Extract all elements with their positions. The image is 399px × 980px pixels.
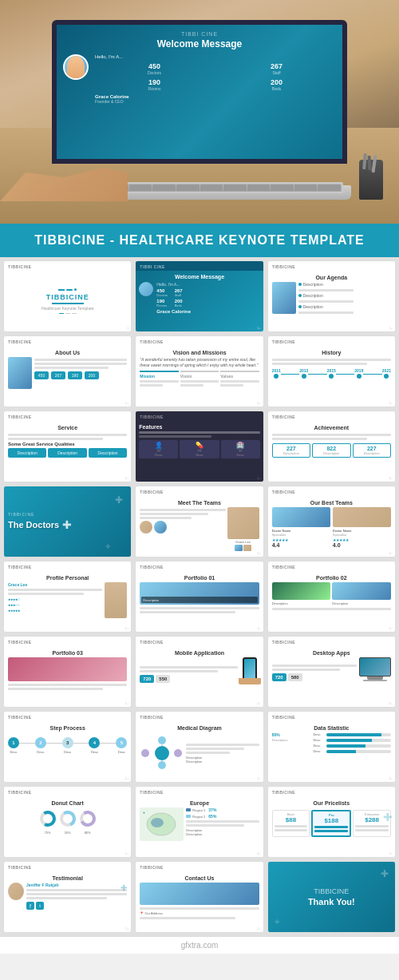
slide-14-num: 1+ <box>257 626 261 630</box>
slide-4[interactable]: TIBBICINE About Us 450 267 190 200 <box>3 335 132 407</box>
slide-9[interactable]: TIBBICINE Achievement 227 Description 82… <box>267 411 396 482</box>
slide-12-num: 1+ <box>389 551 393 555</box>
banner-title: TIBBICINE - HEALTHCARE KEYNOTE TEMPLATE <box>12 233 387 248</box>
slide-3-image <box>272 282 296 314</box>
slide-26-brand: TIBBICINE <box>140 865 164 870</box>
slide-5[interactable]: TIBBICINE Vision and Missions "A wonderf… <box>135 335 263 407</box>
slide-17-title: Mobile Application <box>140 648 259 657</box>
slide-22[interactable]: TIBBICINE Donut Chart 75% <box>3 786 132 858</box>
slide-2[interactable]: TIBBI CINE Welcome Message Hello, I'm A.… <box>135 260 263 332</box>
slide-8-brand: TIBBICINE <box>140 415 164 419</box>
slide-8-num: 1+ <box>257 476 261 480</box>
slide-1-subtitle: Healthcare Keynote Template <box>41 306 94 311</box>
banner: TIBBICINE - HEALTHCARE KEYNOTE TEMPLATE <box>0 224 399 257</box>
slide-3[interactable]: TIBBICINE Our Agenda Description Descrip… <box>267 260 396 332</box>
slide-12-team-1: Doctor Name Specialist ★★★★★ 4.4 <box>272 507 330 548</box>
slide-17[interactable]: TIBBICINE Mobile Application 720 550 <box>135 636 263 708</box>
screen-hello: Hello, I'm A... <box>95 54 336 59</box>
slide-21[interactable]: TIBBICINE Data Statistic 80% Description… <box>267 711 396 783</box>
slide-18-desktop <box>359 657 391 681</box>
slide-4-brand: TIBBICINE <box>8 339 32 344</box>
slide-6-brand: TIBBICINE <box>272 339 296 344</box>
screen-stat-4: 200Beds <box>217 78 336 91</box>
slide-13-num: 1+ <box>125 626 129 630</box>
slide-4-stats: 450 267 190 200 <box>34 371 127 379</box>
slide-4-num: 1+ <box>125 401 129 405</box>
slide-11-image: Grace Lee <box>227 507 259 551</box>
slide-23-map: ♥ <box>140 807 184 841</box>
slide-12-title: Our Best Teams <box>272 498 391 507</box>
screen-person-role: Founder & CEO <box>95 99 336 104</box>
slide-25-title: Testimonial <box>8 873 127 883</box>
hero-section: TIBBI CINE Welcome Message Hello, I'm A.… <box>0 0 399 224</box>
slide-25-name: Jeniffer F Rukjah <box>26 883 127 887</box>
slide-15[interactable]: TIBBICINE Portfolio 02 Description Descr… <box>267 561 396 633</box>
slide-14[interactable]: TIBBICINE Portfolio 01 Description 1+ <box>135 561 263 633</box>
slide-23-title: Europe <box>140 798 259 807</box>
slide-17-phone <box>240 657 259 683</box>
slide-25-social: f t <box>26 902 127 910</box>
slide-12[interactable]: TIBBICINE Our Best Teams Doctor Name Spe… <box>267 486 396 557</box>
slide-23[interactable]: TIBBICINE Europe ♥ Region 1 37% <box>135 786 263 858</box>
slide-21-brand: TIBBICINE <box>272 715 296 720</box>
slide-6-title: History <box>272 347 391 357</box>
slide-24-cross: ✚ <box>383 811 393 823</box>
slide-24[interactable]: TIBBICINE Our Pricelists Basic $88 Pro $… <box>267 786 396 858</box>
slide-11-member-1 <box>140 521 152 534</box>
slide-10-title: The Doctors <box>8 520 59 530</box>
slide-10[interactable]: TIBBICINE The Doctors ✚ ✚ ✚ <box>3 486 132 557</box>
slide-22-num: 1+ <box>125 851 129 855</box>
slides-grid: TIBBICINE TIBBICINE Healthcare Keynote T… <box>0 257 399 936</box>
slide-16[interactable]: TIBBICINE Portfolio 03 1+ <box>3 636 132 708</box>
slide-19-brand: TIBBICINE <box>8 715 32 720</box>
slide-5-brand: TIBBICINE <box>140 339 164 344</box>
slide-6-timeline: 2011 2013 2015 2018 <box>272 368 391 379</box>
slide-27-bg: TIBBICINE Thank You! ✚ ✚ <box>268 862 395 932</box>
slide-20[interactable]: TIBBICINE Medical Diagram <box>135 711 263 783</box>
slide-21-title: Data Statistic <box>272 723 391 732</box>
slide-16-title: Portfolio 03 <box>8 648 127 657</box>
slide-14-image: Description <box>140 582 259 605</box>
slide-26[interactable]: TIBBICINE Contact Us 📍 Our Address 1+ <box>135 861 263 933</box>
slide-13-title: Profile Personal <box>8 573 127 582</box>
slide-20-diagram <box>140 735 184 771</box>
slide-19[interactable]: TIBBICINE Step Process 1 2 3 4 5 Desc De… <box>3 711 132 783</box>
slide-23-num: 1+ <box>257 851 261 855</box>
slide-27-title: Thank You! <box>308 897 355 907</box>
slide-25[interactable]: TIBBICINE Testimonial Jeniffer F Rukjah … <box>3 861 132 933</box>
slide-5-num: 1+ <box>257 401 261 405</box>
slide-1[interactable]: TIBBICINE TIBBICINE Healthcare Keynote T… <box>3 260 132 332</box>
slide-26-building <box>140 883 259 905</box>
slide-1-line <box>52 303 84 304</box>
slide-24-cards: Basic $88 Pro $188 Enterprise $288 <box>272 810 391 837</box>
svg-point-7 <box>151 818 164 827</box>
slide-18[interactable]: TIBBICINE Desktop Apps 720 580 <box>267 636 396 708</box>
slide-2-num: 1+ <box>257 326 261 330</box>
slide-2-name: Grace Calorine <box>156 309 191 314</box>
slide-12-brand: TIBBICINE <box>272 490 296 494</box>
screen-welcome-title: Welcome Message <box>157 38 243 50</box>
slide-12-team-2: Doctor Name Specialist ★★★★★ 4.0 <box>333 507 391 548</box>
slide-14-title: Portfolio 01 <box>140 573 259 582</box>
slide-16-image <box>8 657 127 681</box>
slide-7[interactable]: TIBBICINE Service Some Great Service Qua… <box>3 411 132 482</box>
slide-14-brand: TIBBICINE <box>140 565 164 569</box>
slide-6[interactable]: TIBBICINE History 2011 2013 2015 <box>267 335 396 407</box>
slide-15-num: 1+ <box>389 626 393 630</box>
pen-holder <box>359 160 383 200</box>
slide-11[interactable]: TIBBICINE Meet The Teams Grace Lee <box>135 486 263 557</box>
slide-23-brand: TIBBICINE <box>140 790 164 795</box>
slide-8-title: Features <box>139 424 259 430</box>
slide-24-num: 1+ <box>389 851 393 855</box>
slide-15-image-1 <box>272 582 331 600</box>
slide-8[interactable]: TIBBICINE Features 👤 77 Desc 💊 77 Desc <box>135 411 263 482</box>
slide-11-member-2 <box>154 521 167 534</box>
slide-13-brand: TIBBICINE <box>8 565 32 569</box>
slide-2-title: Welcome Message <box>139 274 259 280</box>
slide-25-num: 1+ <box>125 926 129 930</box>
slide-13[interactable]: TIBBICINE Profile Personal Grace Lee ●●●… <box>3 561 132 633</box>
slide-17-brand: TIBBICINE <box>140 640 164 645</box>
slide-1-num: 1 <box>127 326 128 330</box>
slide-27[interactable]: TIBBICINE Thank You! ✚ ✚ <box>267 861 396 933</box>
slide-10-bg: TIBBICINE The Doctors ✚ ✚ ✚ <box>4 486 131 557</box>
